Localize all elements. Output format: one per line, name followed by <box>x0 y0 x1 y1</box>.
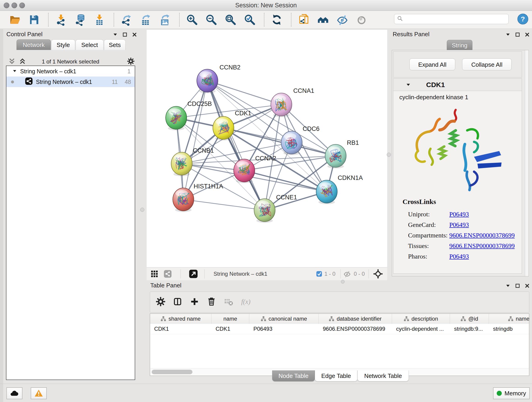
zoom-out-icon[interactable] <box>205 13 218 26</box>
edge-CCNB2-CCNE1[interactable] <box>207 81 265 210</box>
node-HIST1H1A[interactable]: HIST1H1A <box>173 183 223 212</box>
crosslink-link[interactable]: P06493 <box>449 211 469 218</box>
column-header-namespace[interactable]: namespace <box>489 314 529 324</box>
refresh-icon[interactable] <box>270 13 283 26</box>
network-selected-status: 1 of 1 Network selected <box>3 58 138 65</box>
tab-select[interactable]: Select <box>76 39 104 50</box>
column-header-@id[interactable]: @id <box>450 314 489 324</box>
add-icon[interactable] <box>190 297 200 307</box>
cell-namespace[interactable]: stringdb <box>489 324 529 334</box>
annotation-icon[interactable] <box>298 13 310 26</box>
hide-panel-icon[interactable] <box>336 13 349 26</box>
float-panel-icon[interactable] <box>515 283 520 288</box>
left-splitter-handle[interactable] <box>140 208 144 212</box>
tab-style[interactable]: Style <box>51 39 75 50</box>
collection-caret-icon[interactable] <box>12 68 17 75</box>
cell-@id[interactable]: stringdb:9... <box>450 324 489 334</box>
warning-button[interactable] <box>31 387 47 399</box>
minimize-window-icon[interactable] <box>12 2 17 8</box>
tab-sets[interactable]: Sets <box>104 39 126 50</box>
tab-edge-table[interactable]: Edge Table <box>315 370 357 381</box>
export-network-icon[interactable] <box>120 13 133 26</box>
collapse-panel-icon[interactable] <box>505 283 510 288</box>
cell-database-identifier[interactable]: 9606.ENSP00000378699 <box>319 324 392 334</box>
save-session-icon[interactable] <box>27 13 40 26</box>
network-home-icon[interactable] <box>317 13 329 26</box>
eye-hidden-icon[interactable] <box>343 270 351 279</box>
node-label-CCNB1: CCNB1 <box>193 147 214 154</box>
network-view-canvas[interactable]: CCNB2 CCNA1 CDC25B CDK1 CDC6 RB1 <box>147 30 387 267</box>
edge-CCNB2-CCNA1[interactable] <box>207 81 281 104</box>
columns-icon[interactable] <box>172 297 183 307</box>
node-CCNE1[interactable]: CCNE1 <box>254 194 297 223</box>
open-view-icon[interactable] <box>189 269 198 279</box>
column-header-database-identifier[interactable]: database identifier <box>319 314 392 324</box>
export-image-icon[interactable] <box>158 13 171 26</box>
edge-CCNB2-HIST1H1A[interactable] <box>183 81 207 199</box>
cell-canonical-name[interactable]: P06493 <box>249 324 319 334</box>
tab-node-table[interactable]: Node Table <box>272 370 315 381</box>
network-row-selected[interactable]: String Network – cdk1 11 48 <box>6 77 135 87</box>
string-network-graph[interactable]: CCNB2 CCNA1 CDC25B CDK1 CDC6 RB1 <box>147 30 387 267</box>
move-icon[interactable] <box>373 269 383 280</box>
cell-name[interactable]: CDK1 <box>211 324 249 334</box>
zoom-fit-icon[interactable] <box>224 13 237 26</box>
close-panel-icon[interactable] <box>525 283 530 288</box>
gene-section-header[interactable]: CDK1 <box>393 79 522 91</box>
maximize-window-icon[interactable] <box>19 2 25 8</box>
collapse-panel-icon[interactable] <box>113 32 118 37</box>
gear-icon[interactable] <box>156 297 166 307</box>
collapse-all-button[interactable]: Collapse All <box>462 58 512 70</box>
table-row[interactable]: CDK1CDK1P064939606.ENSP00000378699cyclin… <box>150 324 529 334</box>
node-CCNA1[interactable]: CCNA1 <box>271 87 314 117</box>
import-table-icon[interactable] <box>93 13 106 26</box>
results-scrollbar[interactable] <box>525 50 529 276</box>
memory-button[interactable]: Memory <box>493 387 530 399</box>
grid-icon[interactable] <box>150 270 158 279</box>
tab-network[interactable]: Network <box>17 39 51 50</box>
cell-description[interactable]: cyclin-dependent ... <box>392 324 450 334</box>
gene-name: CDK1 <box>426 81 445 89</box>
export-table-icon[interactable] <box>139 13 152 26</box>
close-panel-icon[interactable] <box>525 32 530 37</box>
crosslink-link[interactable]: P06493 <box>449 253 469 260</box>
scrollbar-thumb[interactable] <box>152 370 192 374</box>
delete-icon[interactable] <box>206 297 216 307</box>
import-database-icon[interactable] <box>74 13 87 26</box>
help-icon[interactable]: ? <box>517 13 529 26</box>
node-CDC25B[interactable]: CDC25B <box>166 100 212 130</box>
section-caret-icon[interactable] <box>406 82 411 88</box>
column-header-description[interactable]: description <box>392 314 450 324</box>
node-RB1[interactable]: RB1 <box>325 139 359 168</box>
crosslink-link[interactable]: P06493 <box>449 221 469 229</box>
collapse-panel-icon[interactable] <box>505 32 510 37</box>
column-header-name[interactable]: name <box>211 314 249 324</box>
crosslink-link[interactable]: 9606.ENSP00000378699 <box>449 232 515 239</box>
network-options-gear-icon[interactable] <box>127 57 135 66</box>
zoom-selected-icon[interactable] <box>243 13 256 26</box>
search-box[interactable] <box>394 14 509 24</box>
zoom-in-icon[interactable] <box>186 13 198 26</box>
crosslink-link[interactable]: 9606.ENSP00000378699 <box>449 242 515 249</box>
close-panel-icon[interactable] <box>132 32 137 37</box>
show-panel-icon[interactable] <box>355 13 368 26</box>
search-input[interactable] <box>404 16 503 22</box>
import-network-icon[interactable] <box>55 13 67 26</box>
tab-network-table[interactable]: Network Table <box>357 370 409 381</box>
float-panel-icon[interactable] <box>122 32 127 37</box>
column-header-canonical-name[interactable]: canonical name <box>249 314 319 324</box>
selected-checkbox-icon[interactable] <box>316 271 322 278</box>
results-panel-body: Expand All Collapse All CDK1 cyclin-depe… <box>392 50 529 276</box>
cell-shared-name[interactable]: CDK1 <box>150 324 211 334</box>
close-window-icon[interactable] <box>4 2 9 8</box>
cloud-button[interactable] <box>6 387 22 399</box>
expand-all-button[interactable]: Expand All <box>409 58 455 70</box>
float-panel-icon[interactable] <box>515 32 520 37</box>
edge-HIST1H1A-CCNE1[interactable] <box>183 199 265 210</box>
network-collection-row[interactable]: String Network – cdk1 1 <box>6 66 135 77</box>
share-gray-icon[interactable] <box>164 270 172 279</box>
column-header-shared-name[interactable]: shared name <box>150 314 211 324</box>
node-CDKN1A[interactable]: CDKN1A <box>316 174 363 204</box>
tab-string[interactable]: String <box>447 40 472 51</box>
open-session-icon[interactable] <box>8 13 21 26</box>
